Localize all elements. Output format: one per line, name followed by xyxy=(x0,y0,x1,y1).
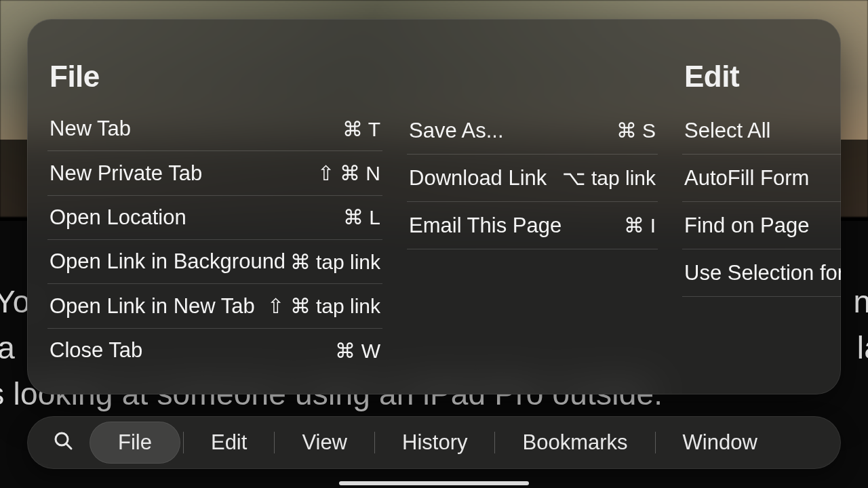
shortcut-label: Email This Page xyxy=(409,214,561,238)
search-button[interactable] xyxy=(37,430,90,455)
shortcut-label: Use Selection for Fin xyxy=(684,261,841,285)
shortcut-open-location[interactable]: Open Location ⌘ L xyxy=(47,196,382,240)
column-title-file: File xyxy=(47,60,382,94)
shortcut-label: Open Link in Background xyxy=(50,249,285,274)
shortcut-select-all[interactable]: Select All xyxy=(682,107,841,155)
tab-label: File xyxy=(118,430,152,455)
search-icon xyxy=(53,430,73,455)
tab-label: View xyxy=(302,430,347,455)
keyboard-shortcuts-panel: File New Tab ⌘ T New Private Tab ⇧ ⌘ N O… xyxy=(27,19,841,394)
tab-separator xyxy=(494,432,495,453)
shortcut-label: AutoFill Form xyxy=(684,166,809,190)
shortcut-label: New Private Tab xyxy=(50,161,202,186)
shortcut-open-link-new-tab[interactable]: Open Link in New Tab ⇧ ⌘ tap link xyxy=(47,284,382,328)
shortcut-label: Open Location xyxy=(50,205,186,230)
tab-label: Edit xyxy=(211,430,247,455)
shortcut-new-private-tab[interactable]: New Private Tab ⇧ ⌘ N xyxy=(47,151,382,195)
menu-tabbar: File Edit View History Bookmarks Window xyxy=(27,416,841,469)
tab-separator xyxy=(274,432,275,453)
shortcuts-column-file-2: . Save As... ⌘ S Download Link ⌥ tap lin… xyxy=(407,41,682,373)
tab-label: History xyxy=(402,430,467,455)
shortcut-label: Find on Page xyxy=(684,214,809,238)
shortcut-label: Save As... xyxy=(409,119,504,143)
tab-label: Window xyxy=(683,430,757,455)
shortcut-label: Open Link in New Tab xyxy=(50,294,255,319)
tab-bookmarks[interactable]: Bookmarks xyxy=(498,422,652,464)
shortcut-keys: ⌘ W xyxy=(335,339,380,363)
panel-columns: File New Tab ⌘ T New Private Tab ⇧ ⌘ N O… xyxy=(27,41,841,373)
tab-separator xyxy=(183,432,184,453)
shortcut-keys: ⌘ tap link xyxy=(290,250,380,274)
shortcut-keys: ⌘ T xyxy=(342,117,380,141)
shortcut-save-as[interactable]: Save As... ⌘ S xyxy=(407,107,658,155)
shortcut-new-tab[interactable]: New Tab ⌘ T xyxy=(47,107,382,151)
shortcut-label: New Tab xyxy=(50,117,131,141)
tab-label: Bookmarks xyxy=(522,430,627,455)
shortcut-label: Download Link xyxy=(409,166,547,190)
shortcut-find-on-page[interactable]: Find on Page xyxy=(682,202,841,249)
shortcuts-column-file-1: File New Tab ⌘ T New Private Tab ⇧ ⌘ N O… xyxy=(27,41,407,373)
tab-separator xyxy=(655,432,656,453)
article-line-1-left: Yo xyxy=(0,283,30,320)
shortcut-use-selection-for-find[interactable]: Use Selection for Fin xyxy=(682,249,841,297)
article-line-2-right: la xyxy=(857,329,868,366)
shortcut-autofill-form[interactable]: AutoFill Form xyxy=(682,155,841,202)
tab-separator xyxy=(374,432,375,453)
shortcut-label: Select All xyxy=(684,119,771,143)
article-line-1-right: no xyxy=(853,283,868,320)
shortcut-keys: ⌘ I xyxy=(624,214,656,237)
tab-view[interactable]: View xyxy=(277,422,372,464)
shortcut-keys: ⌘ L xyxy=(343,205,380,229)
shortcut-keys: ⌘ S xyxy=(616,119,656,142)
tab-window[interactable]: Window xyxy=(658,422,782,464)
article-line-2-left: s a xyxy=(0,329,15,366)
shortcut-open-link-background[interactable]: Open Link in Background ⌘ tap link xyxy=(47,240,382,284)
shortcut-close-tab[interactable]: Close Tab ⌘ W xyxy=(47,329,382,373)
svg-line-1 xyxy=(66,444,71,449)
shortcut-keys: ⇧ ⌘ tap link xyxy=(267,294,380,318)
shortcut-email-this-page[interactable]: Email This Page ⌘ I xyxy=(407,202,658,249)
shortcut-keys: ⇧ ⌘ N xyxy=(317,161,380,185)
tab-file[interactable]: File xyxy=(90,422,180,464)
shortcut-label: Close Tab xyxy=(50,338,142,363)
shortcuts-column-edit: Edit Select All AutoFill Form Find on Pa… xyxy=(682,41,841,373)
shortcut-keys: ⌥ tap link xyxy=(562,166,656,190)
tab-history[interactable]: History xyxy=(378,422,492,464)
tab-edit[interactable]: Edit xyxy=(186,422,271,464)
home-indicator[interactable] xyxy=(339,481,529,485)
shortcut-download-link[interactable]: Download Link ⌥ tap link xyxy=(407,155,658,202)
column-title-edit: Edit xyxy=(682,60,841,94)
